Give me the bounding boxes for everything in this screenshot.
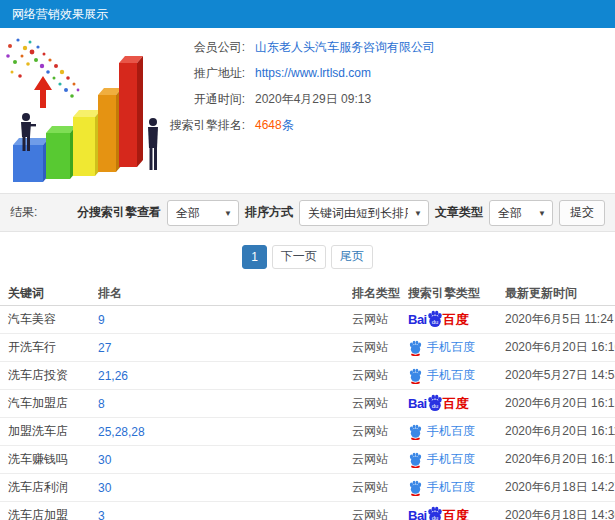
pagination: 1 下一页 尾页 xyxy=(0,232,615,281)
rank-cell: 30 xyxy=(98,481,352,495)
table-row: 洗车店投资 21,26 云网站 xyxy=(0,362,615,390)
updated-cell: 2020年5月27日 14:58 xyxy=(505,367,615,384)
mobile-baidu-logo: 手机百度 xyxy=(408,367,475,384)
baidu-logo-bai: Bai xyxy=(408,509,427,520)
updated-cell: 2020年6月5日 11:24 xyxy=(505,311,615,328)
mobile-baidu-paw-icon xyxy=(408,479,423,496)
sort-select-wrap: 关键词由短到长排序 xyxy=(299,200,429,226)
rank-type-cell: 云网站 xyxy=(352,451,408,468)
bar-blue xyxy=(13,138,49,182)
table-row: 洗车赚钱吗 30 云网站 xyxy=(0,446,615,474)
table-row: 汽车加盟店 8 云网站 Bai xyxy=(0,390,615,418)
mobile-baidu-label: 手机百度 xyxy=(427,339,475,356)
rank-type-cell: 云网站 xyxy=(352,339,408,356)
baidu-logo-bai: Bai xyxy=(408,313,427,326)
result-label: 结果: xyxy=(10,204,37,221)
baidu-logo: Bai du 百度 xyxy=(408,394,469,414)
keyword-cell: 洗车赚钱吗 xyxy=(0,451,98,468)
info-row: 会员公司: 山东老人头汽车服务咨询有限公司 xyxy=(125,34,435,60)
info-section: 会员公司: 山东老人头汽车服务咨询有限公司 推广地址: https://www.… xyxy=(0,28,615,193)
mobile-baidu-logo: 手机百度 xyxy=(408,451,475,468)
baidu-logo-cn: 百度 xyxy=(443,509,469,520)
sort-select[interactable]: 关键词由短到长排序 xyxy=(300,201,428,225)
rank-type-cell: 云网站 xyxy=(352,507,408,520)
column-header-rank-type: 排名类型 xyxy=(352,285,408,302)
engine-select[interactable]: 全部 xyxy=(168,201,238,225)
updated-cell: 2020年6月20日 16:12 xyxy=(505,451,615,468)
rank-type-cell: 云网站 xyxy=(352,423,408,440)
mobile-baidu-paw-icon xyxy=(408,339,423,356)
keyword-cell: 洗车店加盟 xyxy=(0,507,98,520)
updated-cell: 2020年6月18日 14:30 xyxy=(505,507,615,520)
table-row: 汽车美容 9 云网站 Bai xyxy=(0,306,615,334)
engine-cell: Bai du 百度 xyxy=(408,506,505,520)
svg-text:du: du xyxy=(431,402,438,408)
keyword-cell: 汽车美容 xyxy=(0,311,98,328)
page-button-last[interactable]: 尾页 xyxy=(331,245,373,269)
column-header-rank: 排名 xyxy=(98,285,352,302)
up-arrow-icon xyxy=(34,76,52,108)
info-label: 会员公司: xyxy=(125,39,245,56)
table-row: 洗车店加盟 3 云网站 Bai xyxy=(0,502,615,520)
mobile-baidu-paw-icon xyxy=(408,423,423,440)
keyword-cell: 洗车店投资 xyxy=(0,367,98,384)
engine-cell: Bai du 百度 xyxy=(408,394,505,414)
info-value-link[interactable]: https://www.lrtlsd.com xyxy=(255,66,371,80)
engine-cell: Bai du 百度 xyxy=(408,310,505,330)
page-button-current[interactable]: 1 xyxy=(242,245,267,269)
filter-bar: 结果: 分搜索引擎查看 全部 排序方式 关键词由短到长排序 文章类型 全部 提交 xyxy=(0,193,615,232)
submit-button[interactable]: 提交 xyxy=(559,200,605,226)
info-value-highlight: 4648条 xyxy=(255,117,294,134)
baidu-logo: Bai du 百度 xyxy=(408,310,469,330)
rank-cell: 27 xyxy=(98,341,352,355)
rank-cell: 3 xyxy=(98,509,352,520)
mobile-baidu-logo: 手机百度 xyxy=(408,479,475,496)
mobile-baidu-paw-icon xyxy=(408,451,423,468)
info-row: 开通时间: 2020年4月29日 09:13 xyxy=(125,86,435,112)
ranking-table: 关键词 排名 排名类型 搜索引擎类型 最新更新时间 汽车美容 9 云网站 Bai xyxy=(0,281,615,520)
updated-cell: 2020年6月18日 14:27 xyxy=(505,479,615,496)
engine-select-wrap: 全部 xyxy=(167,200,239,226)
baidu-paw-icon: du xyxy=(426,506,444,520)
filter-controls: 分搜索引擎查看 全部 排序方式 关键词由短到长排序 文章类型 全部 提交 xyxy=(77,200,605,226)
rank-type-cell: 云网站 xyxy=(352,395,408,412)
updated-cell: 2020年6月20日 16:12 xyxy=(505,395,615,412)
info-value-link[interactable]: 山东老人头汽车服务咨询有限公司 xyxy=(255,39,435,56)
member-info-fields: 会员公司: 山东老人头汽车服务咨询有限公司 推广地址: https://www.… xyxy=(125,34,435,138)
rank-cell: 8 xyxy=(98,397,352,411)
rank-cell: 9 xyxy=(98,313,352,327)
baidu-logo-cn: 百度 xyxy=(443,313,469,326)
rank-cell: 21,26 xyxy=(98,369,352,383)
baidu-logo-cn: 百度 xyxy=(443,397,469,410)
rank-type-cell: 云网站 xyxy=(352,367,408,384)
svg-text:du: du xyxy=(431,514,438,520)
table-row: 洗车店利润 30 云网站 xyxy=(0,474,615,502)
bar-orange xyxy=(98,88,122,172)
mobile-baidu-paw-icon xyxy=(408,367,423,384)
page-title: 网络营销效果展示 xyxy=(12,6,108,23)
column-header-engine-type: 搜索引擎类型 xyxy=(408,285,505,302)
sort-filter-label: 排序方式 xyxy=(245,204,293,221)
app-window: 网络营销效果展示 xyxy=(0,0,615,520)
article-type-select-wrap: 全部 xyxy=(489,200,553,226)
article-type-select[interactable]: 全部 xyxy=(490,201,552,225)
rank-cell: 25,28,28 xyxy=(98,425,352,439)
info-label: 开通时间: xyxy=(125,91,245,108)
engine-cell: 手机百度 xyxy=(408,451,505,468)
engine-cell: 手机百度 xyxy=(408,423,505,440)
table-row: 开洗车行 27 云网站 xyxy=(0,334,615,362)
engine-cell: 手机百度 xyxy=(408,367,505,384)
rank-cell: 30 xyxy=(98,453,352,467)
info-row: 搜索引擎排名: 4648条 xyxy=(125,112,435,138)
rank-count-unit: 条 xyxy=(282,118,294,132)
baidu-paw-icon: du xyxy=(426,310,444,328)
page-button-next[interactable]: 下一页 xyxy=(272,245,326,269)
column-header-keyword: 关键词 xyxy=(0,285,98,302)
baidu-logo: Bai du 百度 xyxy=(408,506,469,520)
page-header: 网络营销效果展示 xyxy=(0,0,615,28)
baidu-paw-icon: du xyxy=(426,394,444,412)
table-row: 加盟洗车店 25,28,28 云网站 xyxy=(0,418,615,446)
info-label: 搜索引擎排名: xyxy=(125,117,245,134)
keyword-cell: 加盟洗车店 xyxy=(0,423,98,440)
mobile-baidu-label: 手机百度 xyxy=(427,423,475,440)
